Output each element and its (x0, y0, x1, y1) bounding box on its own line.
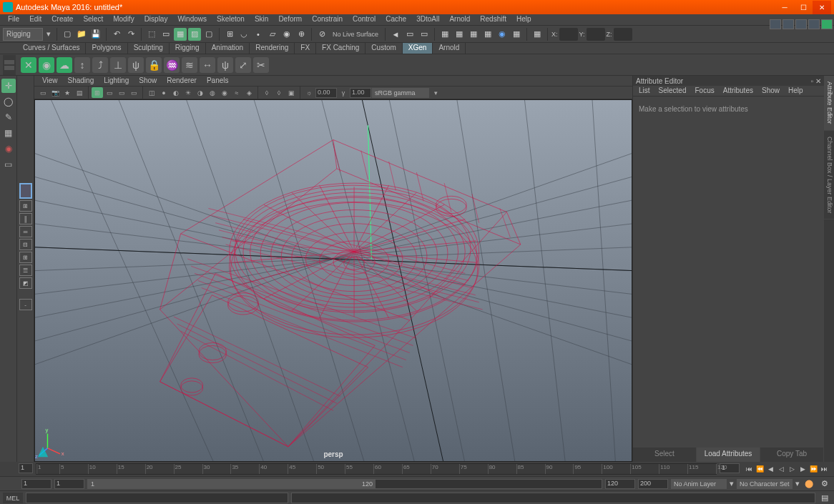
step-back-key-icon[interactable]: ⏪ (755, 464, 765, 474)
layout-two-h-icon[interactable]: ═ (19, 226, 32, 237)
history-construction-icon[interactable]: ▭ (418, 28, 431, 41)
command-input[interactable] (26, 493, 288, 503)
snap-center-icon[interactable]: ⊕ (295, 28, 308, 41)
panel-close-icon[interactable]: ✕ (815, 77, 821, 85)
grid-toggle-icon[interactable]: ⊞ (92, 87, 103, 98)
shelf-tab-rigging[interactable]: Rigging (170, 43, 206, 54)
select-multi-icon[interactable]: ▨ (188, 28, 201, 41)
xgen-open-icon[interactable]: ◉ (39, 57, 54, 73)
coord-y-field[interactable] (587, 28, 605, 41)
viewport[interactable]: x y z persp (34, 99, 632, 462)
layout-four-icon[interactable]: ⊞ (19, 200, 32, 212)
camera-attr-icon[interactable]: 📷 (49, 87, 61, 98)
camera-select-icon[interactable]: ▭ (37, 87, 49, 98)
shelf-tab-fx[interactable]: FX (295, 43, 316, 54)
select-hierarchy-icon[interactable]: ⬚ (145, 28, 158, 41)
xray-joints-icon[interactable]: ◊ (273, 87, 285, 98)
menu-constrain[interactable]: Constrain (307, 14, 348, 25)
select-component-icon[interactable]: ▦ (174, 28, 187, 41)
undo-icon[interactable]: ↶ (110, 28, 123, 41)
save-scene-icon[interactable]: 💾 (89, 28, 102, 41)
play-back-icon[interactable]: ◁ (776, 464, 786, 474)
sidetab-attr-editor[interactable]: Attribute Editor (824, 76, 834, 131)
range-thumb[interactable]: 1 120 (88, 480, 376, 488)
gate-mask-icon[interactable]: ▭ (128, 87, 139, 98)
xgen-create-icon[interactable]: ✕ (21, 57, 36, 73)
smooth-shade-icon[interactable]: ● (158, 87, 170, 98)
layout-three1-icon[interactable]: ⊟ (19, 239, 32, 250)
aa-icon[interactable]: ◈ (243, 87, 255, 98)
module-selector[interactable]: Rigging (3, 28, 43, 41)
xgen-tool3-icon[interactable]: ⊥ (110, 57, 126, 73)
ae-menu-show[interactable]: Show (757, 86, 784, 96)
menu-help[interactable]: Help (511, 14, 536, 25)
charset-dropdown[interactable]: No Character Set (737, 479, 793, 489)
menu-arnold[interactable]: Arnold (444, 14, 475, 25)
autokey-icon[interactable]: ⬤ (803, 478, 815, 490)
close-button[interactable]: ✕ (813, 1, 831, 14)
module-chevron-icon[interactable]: ▾ (44, 29, 53, 39)
menu-create[interactable]: Create (46, 14, 78, 25)
xgen-tool5-icon[interactable]: 🔒 (146, 57, 162, 73)
redo-icon[interactable]: ↷ (124, 28, 137, 41)
range-track[interactable]: 1 120 (87, 479, 602, 489)
open-scene-icon[interactable]: 📁 (75, 28, 88, 41)
goto-end-icon[interactable]: ⏭ (819, 464, 829, 474)
sidetab-channel-box[interactable]: Channel Box / Layer Editor (824, 131, 834, 220)
select-template-icon[interactable]: ▢ (202, 28, 215, 41)
panel-menu-renderer[interactable]: Renderer (162, 76, 202, 86)
anim-end-field[interactable]: 200 (638, 479, 668, 489)
select-object-icon[interactable]: ▭ (160, 28, 172, 41)
menu-control[interactable]: Control (348, 14, 381, 25)
menu-edit[interactable]: Edit (24, 14, 46, 25)
ae-menu-help[interactable]: Help (784, 86, 808, 96)
history-off-icon[interactable]: ◄ (389, 28, 402, 41)
shelf-tab-rendering[interactable]: Rendering (250, 43, 295, 54)
ipr-render-icon[interactable]: ▦ (467, 28, 480, 41)
snap-live-icon[interactable]: ◉ (280, 28, 293, 41)
prefs-icon[interactable]: ⚙ (818, 478, 831, 490)
range-end-field[interactable]: 120 (605, 479, 635, 489)
shadows-icon[interactable]: ◑ (195, 87, 206, 98)
maximize-button[interactable]: ☐ (794, 1, 813, 14)
panel-layout-icon[interactable]: ▦ (531, 28, 544, 41)
toggle-layereditor-icon[interactable] (795, 19, 807, 29)
shelf-tab-polygons[interactable]: Polygons (86, 43, 127, 54)
timeline-track[interactable]: 1510152025303540455055606570758085909510… (36, 463, 717, 475)
anim-layer-chevron-icon[interactable]: ▾ (730, 479, 734, 488)
shelf-tab-custom[interactable]: Custom (366, 43, 402, 54)
current-frame-field[interactable]: 1 (19, 463, 33, 473)
panel-menu-lighting[interactable]: Lighting (99, 76, 134, 86)
xgen-tool7-icon[interactable]: ≋ (182, 57, 197, 73)
coord-z-field[interactable] (614, 28, 632, 41)
ae-menu-selected[interactable]: Selected (654, 86, 691, 96)
history-toggle-icon[interactable]: ▭ (403, 28, 416, 41)
shelf-tab-sculpting[interactable]: Sculpting (128, 43, 170, 54)
last-tool-icon[interactable] (1, 173, 16, 187)
menu-select[interactable]: Select (78, 14, 108, 25)
layout-outliner-icon[interactable]: ☰ (19, 265, 32, 276)
shelf-tab-curves[interactable]: Curves / Surfaces (17, 43, 86, 54)
xgen-tool4-icon[interactable]: ψ (128, 57, 144, 73)
textured-icon[interactable]: ◐ (170, 87, 182, 98)
xgen-tool6-icon[interactable]: ♒ (164, 57, 180, 73)
toggle-toolbox-icon[interactable] (770, 19, 781, 29)
menu-skeleton[interactable]: Skeleton (212, 14, 250, 25)
menu-deform[interactable]: Deform (273, 14, 307, 25)
xgen-tool8-icon[interactable]: ↔ (200, 57, 215, 73)
live-surface-disable-icon[interactable]: ⊘ (315, 28, 328, 41)
xgen-tool2-icon[interactable]: ⤴ (92, 57, 108, 73)
anim-start-field[interactable]: 1 (21, 479, 51, 489)
anim-layer-dropdown[interactable]: No Anim Layer (671, 479, 727, 489)
snap-curve-icon[interactable]: ◡ (237, 28, 250, 41)
rotate-tool-icon[interactable]: ◉ (1, 142, 16, 156)
ae-menu-list[interactable]: List (634, 86, 654, 96)
shelf-tab-arnold[interactable]: Arnold (433, 43, 466, 54)
render-view-icon[interactable]: ▦ (438, 28, 451, 41)
snap-plane-icon[interactable]: ▱ (266, 28, 279, 41)
hypershade-icon[interactable]: ▦ (510, 28, 523, 41)
scale-tool-icon[interactable]: ▭ (1, 157, 16, 172)
color-space-chevron-icon[interactable]: ▾ (430, 87, 441, 98)
script-lang-toggle[interactable]: MEL (3, 493, 23, 503)
ae-menu-focus[interactable]: Focus (690, 86, 718, 96)
